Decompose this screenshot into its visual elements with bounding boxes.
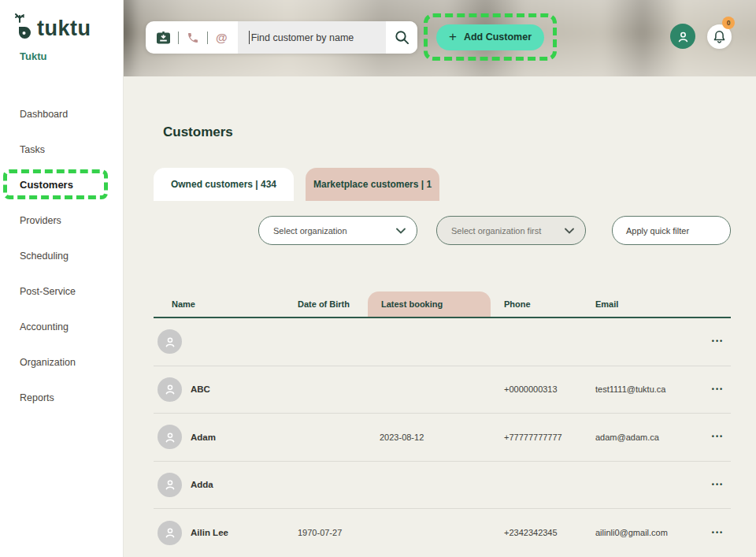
search-button[interactable] [386, 21, 417, 54]
customer-avatar [158, 377, 182, 402]
sidebar-item-label: Organization [20, 357, 76, 368]
customer-avatar [158, 521, 182, 545]
divider [178, 32, 179, 44]
cell-phone: +2342342345 [491, 528, 593, 537]
row-menu-button[interactable]: ••• [712, 386, 724, 393]
row-menu-button[interactable]: ••• [712, 433, 724, 440]
notifications-button[interactable]: 0 [707, 24, 732, 49]
row-menu-button[interactable]: ••• [712, 338, 724, 345]
cell-email: test1111@tuktu.ca [593, 384, 705, 394]
email-at-icon[interactable]: @ [216, 32, 228, 43]
sidebar-item-label: Dashboard [20, 109, 68, 120]
customer-avatar [158, 329, 182, 354]
tab-label: Owned customers | 434 [171, 179, 276, 190]
search-icon [395, 30, 410, 45]
search-input[interactable] [238, 21, 386, 54]
customer-avatar [158, 473, 182, 497]
cell-phone: +0000000313 [491, 384, 593, 394]
add-customer-label: Add Customer [464, 32, 532, 43]
tab-marketplace-customers-1[interactable]: Marketplace customers | 1 [306, 168, 439, 201]
sidebar-item-label: Reports [20, 392, 54, 403]
divider [207, 32, 208, 44]
sidebar-item-reports[interactable]: Reports [0, 380, 124, 415]
chevron-down-icon [396, 228, 406, 234]
app-window: @ + Add Customer [0, 0, 756, 557]
brand-logo[interactable]: tuktu [13, 13, 91, 39]
sidebar-item-label: Accounting [20, 321, 69, 332]
sidebar: tuktu Tuktu Dashboard Tasks Customers Pr… [0, 0, 124, 557]
table-header: Name Date of Birth Latest booking Phone … [154, 291, 731, 317]
sidebar-item-post-service[interactable]: Post-Service [0, 273, 124, 309]
caribou-logo-icon [13, 13, 33, 39]
table-row[interactable]: ••• [154, 318, 731, 366]
apply-quick-filter-button[interactable]: Apply quick filter [612, 216, 731, 245]
filter-bar: Select organization Select organization … [124, 216, 756, 245]
column-header-actions [705, 291, 731, 317]
logo-wordmark: tuktu [37, 18, 91, 39]
table-row[interactable]: Adda ••• [154, 462, 731, 510]
add-customer-button[interactable]: + Add Customer [436, 24, 544, 50]
tab-label: Marketplace customers | 1 [313, 179, 432, 190]
organization-select[interactable]: Select organization [258, 216, 417, 245]
organization-dependent-select-value: Select organization first [451, 226, 541, 236]
row-menu-button[interactable]: ••• [712, 481, 724, 488]
sidebar-item-label: Providers [20, 215, 61, 226]
organization-name[interactable]: Tuktu [20, 50, 46, 62]
customer-avatar [158, 425, 182, 449]
column-header-email[interactable]: Email [593, 291, 705, 317]
sidebar-item-accounting[interactable]: Accounting [0, 309, 124, 344]
inbox-icon[interactable] [157, 32, 170, 44]
sidebar-item-label: Post-Service [20, 286, 76, 297]
sidebar-item-label: Customers [20, 179, 73, 191]
plus-icon: + [449, 30, 457, 43]
organization-select-value: Select organization [273, 226, 347, 236]
add-customer-highlight-annotation: + Add Customer [424, 13, 557, 61]
chevron-down-icon [565, 228, 574, 234]
row-menu-button[interactable]: ••• [712, 529, 724, 537]
sidebar-item-dashboard[interactable]: Dashboard [0, 96, 124, 132]
table-row[interactable]: Ailin Lee 1970-07-27 +2342342345 ailinli… [154, 509, 731, 557]
bell-icon [713, 30, 726, 44]
sidebar-item-label: Scheduling [20, 251, 69, 262]
notification-badge: 0 [722, 17, 735, 29]
search-field [238, 21, 386, 54]
column-header-phone[interactable]: Phone [491, 291, 593, 317]
sidebar-item-scheduling[interactable]: Scheduling [0, 238, 124, 273]
cell-name: Ailin Lee [189, 528, 295, 537]
cell-latest-booking: 2023-08-12 [368, 433, 491, 442]
page-title: Customers [163, 124, 233, 140]
cell-email: adam@adam.ca [593, 433, 705, 442]
customer-tabs: Owned customers | 434 Marketplace custom… [154, 168, 439, 201]
organization-dependent-select[interactable]: Select organization first [436, 216, 586, 245]
user-avatar-button[interactable] [670, 24, 695, 49]
sidebar-item-providers[interactable]: Providers [0, 202, 124, 238]
column-header-name[interactable]: Name [154, 291, 295, 317]
main-area: @ + Add Customer [124, 0, 756, 557]
sidebar-nav: Dashboard Tasks Customers Providers Sche… [0, 96, 124, 415]
sidebar-item-customers[interactable]: Customers [0, 167, 124, 202]
table-row[interactable]: Adam 2023-08-12 +77777777777 adam@adam.c… [154, 414, 731, 462]
column-header-latest-booking[interactable]: Latest booking [368, 291, 491, 317]
cell-email: ailinli0@gmail.com [593, 528, 705, 537]
top-toolbar: @ [146, 21, 417, 54]
cell-name: Adam [189, 433, 295, 442]
cell-phone: +77777777777 [491, 433, 593, 442]
customer-table: ••• ABC +0000000313 test1111@tuktu.ca [154, 318, 731, 557]
sidebar-item-tasks[interactable]: Tasks [0, 132, 124, 167]
cell-name: ABC [189, 384, 295, 394]
contact-channel-icons: @ [146, 21, 238, 54]
cell-name: Adda [189, 480, 295, 489]
tab-owned-customers-434[interactable]: Owned customers | 434 [154, 168, 294, 201]
table-row[interactable]: ABC +0000000313 test1111@tuktu.ca ••• [154, 366, 731, 414]
person-icon [676, 29, 691, 44]
text-cursor [249, 31, 250, 44]
cell-date-of-birth: 1970-07-27 [295, 528, 368, 537]
phone-icon[interactable] [187, 32, 199, 44]
sidebar-item-label: Tasks [20, 144, 45, 155]
sidebar-item-organization[interactable]: Organization [0, 344, 124, 380]
column-header-date-of-birth[interactable]: Date of Birth [295, 291, 368, 317]
